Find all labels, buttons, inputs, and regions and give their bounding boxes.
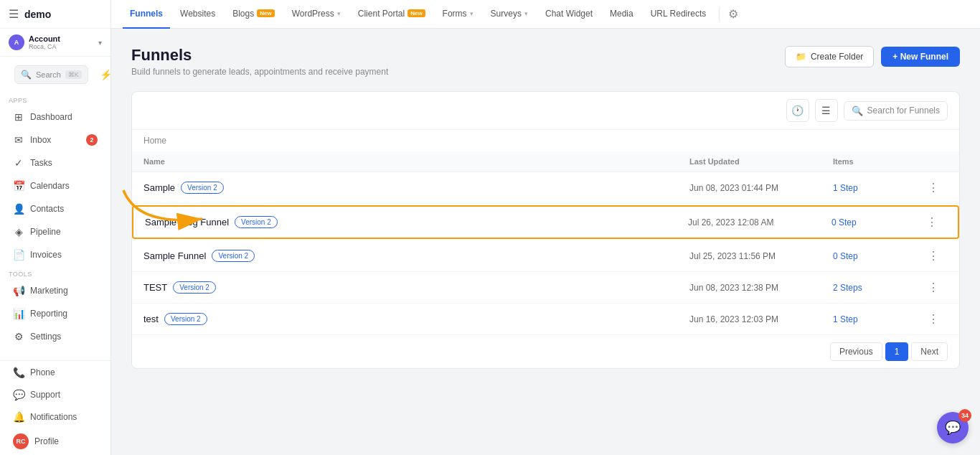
- funnels-table: 🕐 ☰ 🔍 Search for Funnels Home Name Last …: [131, 91, 960, 369]
- settings-gear-icon[interactable]: ⚙: [728, 7, 738, 21]
- funnel-name-text: Sample Funnel: [143, 250, 206, 261]
- sidebar-item-tasks[interactable]: ✓ Tasks: [4, 152, 106, 174]
- calendars-icon: 📅: [13, 180, 24, 192]
- wordpress-chevron-icon: ▾: [337, 10, 341, 17]
- clock-view-button[interactable]: 🕐: [786, 99, 809, 122]
- sidebar-item-notifications[interactable]: 🔔 Notifications: [4, 406, 106, 428]
- nav-chat-widget[interactable]: Chat Widget: [538, 0, 600, 29]
- nav-wordpress[interactable]: WordPress ▾: [285, 0, 348, 29]
- table-row: Sample Version 2 Jun 08, 2023 01:44 PM 1…: [132, 172, 959, 204]
- pipeline-icon: ◈: [13, 226, 24, 238]
- account-switcher[interactable]: A Account Roca, CA ▾: [0, 29, 110, 57]
- header-actions: 📁 Create Folder + New Funnel: [785, 46, 960, 67]
- chat-icon: 💬: [945, 420, 961, 436]
- list-view-button[interactable]: ☰: [815, 99, 838, 122]
- nav-client-portal[interactable]: Client Portal New: [351, 0, 433, 29]
- create-folder-button[interactable]: 📁 Create Folder: [785, 46, 874, 67]
- sidebar-item-dashboard[interactable]: ⊞ Dashboard: [4, 106, 106, 128]
- nav-websites[interactable]: Websites: [173, 0, 222, 29]
- chevron-down-icon: ▾: [98, 39, 102, 47]
- sidebar-item-label: Tasks: [30, 158, 98, 168]
- funnel-name: Sample Blog Funnel Version 2: [145, 216, 688, 228]
- col-updated: Last Updated: [689, 157, 833, 166]
- sidebar-item-inbox[interactable]: ✉ Inbox 2: [4, 129, 106, 151]
- last-updated: Jul 26, 2023 12:08 AM: [688, 217, 831, 228]
- table-row: Sample Funnel Version 2 Jul 25, 2023 11:…: [132, 240, 959, 272]
- support-icon: 💬: [13, 389, 24, 400]
- search-funnels-input[interactable]: 🔍 Search for Funnels: [844, 101, 948, 121]
- sidebar-item-support[interactable]: 💬 Support: [4, 384, 106, 405]
- contacts-icon: 👤: [13, 203, 24, 215]
- clock-icon: 🕐: [791, 105, 804, 116]
- lightning-icon[interactable]: ⚡: [100, 69, 112, 80]
- funnel-name-text: TEST: [143, 282, 167, 293]
- row-more-button[interactable]: ⋮: [918, 214, 946, 230]
- last-updated: Jun 08, 2023 12:38 PM: [689, 283, 833, 293]
- nav-separator: [719, 7, 720, 22]
- surveys-chevron-icon: ▾: [524, 10, 528, 17]
- last-updated: Jul 25, 2023 11:56 PM: [689, 251, 833, 261]
- row-more-button[interactable]: ⋮: [919, 179, 948, 196]
- blogs-new-badge: New: [257, 9, 274, 17]
- table-row: test Version 2 Jun 16, 2023 12:03 PM 1 S…: [132, 304, 959, 335]
- search-text: Search: [36, 70, 61, 79]
- page-title: Funnels: [131, 46, 388, 65]
- row-more-button[interactable]: ⋮: [919, 248, 948, 264]
- sidebar-item-reporting[interactable]: 📊 Reporting: [4, 303, 106, 324]
- sidebar: ☰ demo A Account Roca, CA ▾ 🔍 Search ⌘K …: [0, 0, 111, 455]
- tasks-icon: ✓: [13, 157, 24, 169]
- version-badge: Version 2: [181, 182, 224, 194]
- phone-icon: 📞: [13, 367, 24, 378]
- funnel-name: test Version 2: [143, 313, 689, 325]
- chat-widget-button[interactable]: 💬 34: [937, 412, 969, 444]
- sidebar-item-label: Settings: [30, 332, 98, 342]
- funnel-name: TEST Version 2: [143, 281, 689, 294]
- tools-section-label: Tools: [0, 266, 110, 279]
- reporting-icon: 📊: [13, 308, 24, 319]
- nav-forms[interactable]: Forms ▾: [435, 0, 481, 29]
- sidebar-item-profile[interactable]: RC Profile: [4, 428, 106, 454]
- previous-button[interactable]: Previous: [830, 342, 882, 361]
- notifications-icon: 🔔: [13, 411, 24, 423]
- items-count: 2 Steps: [833, 283, 919, 293]
- version-badge: Version 2: [164, 313, 207, 325]
- client-portal-new-badge: New: [407, 9, 425, 17]
- nav-media[interactable]: Media: [603, 0, 641, 29]
- pagination: Previous 1 Next: [132, 335, 959, 368]
- items-count: 1 Step: [833, 183, 919, 193]
- page-1-button[interactable]: 1: [885, 342, 909, 361]
- funnel-name: Sample Funnel Version 2: [143, 250, 689, 262]
- funnel-name-text: Sample Blog Funnel: [145, 217, 229, 228]
- sidebar-item-marketing[interactable]: 📢 Marketing: [4, 280, 106, 301]
- list-icon: ☰: [821, 105, 831, 116]
- sidebar-item-calendars[interactable]: 📅 Calendars: [4, 175, 106, 197]
- sidebar-header: ☰ demo: [0, 0, 110, 29]
- main-content: Funnels Websites Blogs New WordPress ▾ C…: [111, 0, 980, 455]
- search-bar[interactable]: 🔍 Search ⌘K: [14, 65, 88, 84]
- folder-icon: 📁: [796, 52, 806, 62]
- nav-blogs[interactable]: Blogs New: [225, 0, 281, 29]
- hamburger-icon[interactable]: ☰: [9, 7, 19, 21]
- funnel-name-text: test: [143, 314, 159, 324]
- page-content: Funnels Build funnels to generate leads,…: [111, 29, 980, 455]
- sidebar-item-label: Notifications: [30, 412, 98, 422]
- next-button[interactable]: Next: [911, 342, 948, 361]
- dashboard-icon: ⊞: [13, 111, 24, 123]
- search-icon: 🔍: [21, 70, 32, 80]
- sidebar-item-contacts[interactable]: 👤 Contacts: [4, 198, 106, 220]
- row-more-button[interactable]: ⋮: [919, 279, 948, 296]
- sidebar-item-label: Marketing: [30, 286, 98, 296]
- sidebar-item-phone[interactable]: 📞 Phone: [4, 362, 106, 383]
- new-funnel-button[interactable]: + New Funnel: [881, 47, 960, 67]
- nav-funnels[interactable]: Funnels: [123, 0, 170, 29]
- account-sub: Roca, CA: [29, 43, 94, 50]
- sidebar-item-invoices[interactable]: 📄 Invoices: [4, 244, 106, 266]
- col-name: Name: [143, 157, 689, 166]
- nav-url-redirects[interactable]: URL Redirects: [644, 0, 714, 29]
- row-more-button[interactable]: ⋮: [919, 311, 948, 327]
- sidebar-item-pipeline[interactable]: ◈ Pipeline: [4, 221, 106, 243]
- version-badge: Version 2: [235, 216, 278, 228]
- sidebar-item-settings[interactable]: ⚙ Settings: [4, 326, 106, 347]
- version-badge: Version 2: [212, 250, 255, 262]
- nav-surveys[interactable]: Surveys ▾: [484, 0, 535, 29]
